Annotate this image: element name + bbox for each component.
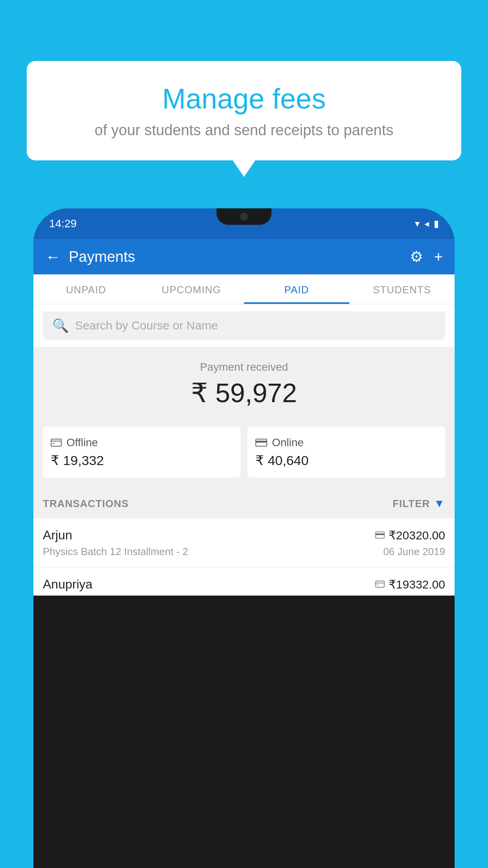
signal-icon: ◂ bbox=[424, 218, 429, 229]
manage-fees-title: Manage fees bbox=[50, 83, 438, 115]
search-bar: 🔍 Search by Course or Name bbox=[33, 304, 455, 347]
app-content: 🔍 Search by Course or Name Payment recei… bbox=[33, 304, 455, 596]
transactions-header: TRANSACTIONS FILTER ▼ bbox=[33, 489, 455, 519]
svg-rect-6 bbox=[376, 533, 384, 535]
manage-fees-subtitle: of your students and send receipts to pa… bbox=[50, 122, 438, 139]
transaction-amount-wrapper-2: ₹19332.00 bbox=[375, 577, 445, 591]
transaction-name-1: Arjun bbox=[43, 528, 72, 542]
offline-card-header: Offline bbox=[51, 436, 233, 449]
transaction-detail-1: Physics Batch 12 Installment - 2 bbox=[43, 546, 188, 558]
card-icon bbox=[375, 529, 385, 541]
tab-upcoming[interactable]: UPCOMING bbox=[139, 274, 244, 304]
search-input-wrapper[interactable]: 🔍 Search by Course or Name bbox=[43, 311, 445, 340]
filter-label: FILTER bbox=[393, 498, 430, 510]
page-title: Payments bbox=[69, 248, 402, 265]
transaction-amount-wrapper-1: ₹20320.00 bbox=[375, 528, 445, 542]
tab-unpaid[interactable]: UNPAID bbox=[33, 274, 139, 304]
offline-payment-icon bbox=[51, 436, 62, 449]
status-icons: ▾ ◂ ▮ bbox=[415, 218, 439, 229]
wifi-icon: ▾ bbox=[415, 218, 420, 229]
transaction-date-1: 06 June 2019 bbox=[383, 546, 445, 558]
phone-notch bbox=[216, 208, 272, 225]
app-header: ← Payments ⚙ + bbox=[33, 239, 455, 274]
online-card-header: Online bbox=[255, 436, 437, 449]
svg-rect-7 bbox=[376, 581, 384, 587]
transactions-label: TRANSACTIONS bbox=[43, 498, 129, 510]
transaction-amount-2: ₹19332.00 bbox=[389, 577, 445, 591]
online-payment-icon bbox=[255, 436, 267, 449]
phone-frame: 14:29 ▾ ◂ ▮ ← Payments ⚙ + UNPAID UPCOMI… bbox=[33, 208, 455, 868]
battery-icon: ▮ bbox=[434, 218, 439, 229]
transaction-name-2: Anupriya bbox=[43, 577, 92, 592]
transaction-row-bottom-1: Physics Batch 12 Installment - 2 06 June… bbox=[43, 546, 445, 558]
filter-icon: ▼ bbox=[434, 497, 445, 510]
svg-rect-4 bbox=[256, 441, 267, 443]
add-button[interactable]: + bbox=[434, 248, 443, 265]
table-row[interactable]: Arjun ₹20320.00 Physics Batch 12 Install… bbox=[33, 519, 455, 568]
transaction-amount-1: ₹20320.00 bbox=[389, 528, 445, 542]
payment-received-label: Payment received bbox=[43, 361, 445, 373]
svg-rect-0 bbox=[51, 439, 61, 446]
notch-camera bbox=[240, 213, 248, 221]
tab-paid[interactable]: PAID bbox=[244, 274, 349, 304]
payment-received-amount: ₹ 59,972 bbox=[43, 377, 445, 408]
online-payment-card: Online ₹ 40,640 bbox=[248, 427, 445, 478]
transaction-row-top-1: Arjun ₹20320.00 bbox=[43, 528, 445, 542]
status-time: 14:29 bbox=[49, 217, 77, 230]
payment-received-section: Payment received ₹ 59,972 bbox=[33, 347, 455, 419]
search-icon: 🔍 bbox=[52, 318, 69, 333]
filter-button[interactable]: FILTER ▼ bbox=[393, 497, 445, 510]
online-amount: ₹ 40,640 bbox=[255, 452, 437, 468]
transaction-row-top-2: Anupriya ₹19332.00 bbox=[43, 577, 445, 592]
gear-icon[interactable]: ⚙ bbox=[410, 248, 423, 265]
tab-students[interactable]: STUDENTS bbox=[349, 274, 455, 304]
back-button[interactable]: ← bbox=[45, 248, 61, 266]
offline-payment-card: Offline ₹ 19,332 bbox=[43, 427, 240, 478]
table-row[interactable]: Anupriya ₹19332.00 bbox=[33, 568, 455, 596]
offline-label: Offline bbox=[66, 436, 98, 449]
tab-bar: UNPAID UPCOMING PAID STUDENTS bbox=[33, 274, 455, 304]
offline-amount: ₹ 19,332 bbox=[51, 452, 233, 468]
speech-bubble-container: Manage fees of your students and send re… bbox=[27, 61, 461, 160]
offline-icon bbox=[375, 578, 385, 590]
speech-bubble: Manage fees of your students and send re… bbox=[27, 61, 461, 160]
status-bar: 14:29 ▾ ◂ ▮ bbox=[33, 208, 455, 239]
header-icons: ⚙ + bbox=[410, 248, 443, 265]
payment-cards: Offline ₹ 19,332 Online ₹ 40,640 bbox=[33, 419, 455, 489]
search-input[interactable]: Search by Course or Name bbox=[75, 319, 218, 332]
online-label: Online bbox=[272, 436, 304, 449]
